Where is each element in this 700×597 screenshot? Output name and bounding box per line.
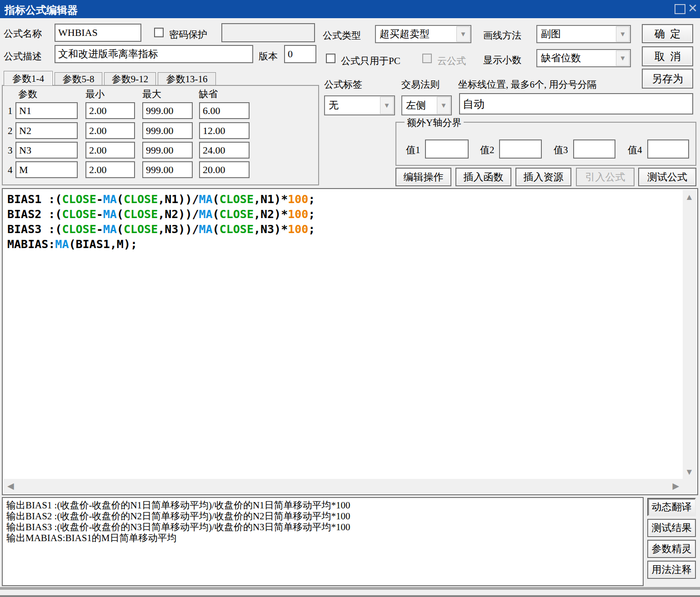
- param-default-input[interactable]: [199, 122, 250, 139]
- password-input: [221, 23, 315, 42]
- trade-rule-value: 左侧: [402, 99, 436, 112]
- param-min-input[interactable]: [85, 122, 135, 139]
- translation-panel: 输出BIAS1 :(收盘价-收盘价的N1日简单移动平均)/收盘价的N1日简单移动…: [2, 497, 644, 586]
- code-editor[interactable]: BIAS1 :(CLOSE-MA(CLOSE,N1))/MA(CLOSE,N1)…: [2, 188, 698, 495]
- close-icon[interactable]: ✕: [688, 1, 698, 15]
- y-value-1-input[interactable]: [425, 139, 469, 159]
- pc-only-label: 公式只用于PC: [341, 55, 400, 67]
- chevron-down-icon[interactable]: ▼: [616, 50, 630, 66]
- screen-edge: [0, 595, 700, 597]
- decimals-label: 显示小数: [483, 54, 521, 66]
- tab-params-9-12[interactable]: 参数9-12: [104, 72, 156, 85]
- test-formula-button[interactable]: 测试公式: [638, 168, 696, 186]
- param-default-input[interactable]: [199, 142, 250, 159]
- version-input[interactable]: [284, 45, 316, 63]
- formula-tag-select[interactable]: 无 ▼: [324, 95, 395, 115]
- formula-desc-input[interactable]: [55, 45, 253, 63]
- scroll-right-icon[interactable]: ▶: [672, 482, 679, 490]
- draw-method-select[interactable]: 副图 ▼: [536, 25, 631, 43]
- chevron-down-icon[interactable]: ▼: [437, 97, 450, 114]
- decimals-select[interactable]: 缺省位数 ▼: [536, 49, 631, 67]
- cloud-formula-checkbox: [422, 54, 432, 63]
- dynamic-translate-button[interactable]: 动态翻译: [647, 498, 696, 516]
- param-wizard-button[interactable]: 参数精灵: [647, 540, 696, 558]
- formula-tag-value: 无: [325, 99, 380, 112]
- scroll-down-icon[interactable]: ▼: [685, 468, 694, 476]
- scrollbar-corner: [683, 479, 696, 493]
- param-max-input[interactable]: [142, 122, 193, 139]
- insert-function-button[interactable]: 插入函数: [455, 168, 511, 186]
- window-title: 指标公式编辑器: [5, 3, 78, 17]
- param-min-input[interactable]: [85, 161, 135, 178]
- code-lines[interactable]: BIAS1 :(CLOSE-MA(CLOSE,N1))/MA(CLOSE,N1)…: [7, 192, 315, 252]
- code-line: MABIAS:MA(BIAS1,M);: [7, 237, 315, 252]
- cancel-button[interactable]: 取 消: [642, 46, 693, 66]
- horizontal-scrollbar[interactable]: ◀ ▶: [4, 479, 683, 493]
- window-bottom-edge: [0, 587, 700, 590]
- param-col-default: 缺省: [199, 88, 218, 100]
- param-max-input[interactable]: [142, 102, 193, 119]
- param-min-input[interactable]: [85, 142, 135, 159]
- tab-params-1-4[interactable]: 参数1-4: [4, 71, 53, 85]
- chevron-down-icon[interactable]: ▼: [380, 97, 394, 114]
- title-bar[interactable]: 指标公式编辑器 ✕: [0, 0, 700, 18]
- formula-type-select[interactable]: 超买超卖型 ▼: [375, 25, 471, 43]
- y-value-3-input[interactable]: [573, 139, 615, 159]
- output-line: 输出BIAS1 :(收盘价-收盘价的N1日简单移动平均)/收盘价的N1日简单移动…: [6, 500, 639, 511]
- formula-tag-label: 公式标签: [324, 78, 362, 91]
- formula-name-label: 公式名称: [4, 27, 42, 40]
- formula-desc-label: 公式描述: [4, 50, 42, 63]
- ok-button[interactable]: 确 定: [642, 24, 693, 43]
- param-row-index: 4: [8, 164, 13, 176]
- vertical-scrollbar[interactable]: ▲ ▼: [683, 190, 696, 479]
- y-value-4-input[interactable]: [647, 139, 689, 159]
- edit-operation-button[interactable]: 编辑操作: [395, 168, 451, 186]
- param-name-input[interactable]: [15, 102, 78, 119]
- code-line: BIAS2 :(CLOSE-MA(CLOSE,N2))/MA(CLOSE,N2)…: [7, 207, 315, 222]
- y-value-3-label: 值3: [554, 144, 568, 156]
- param-row-index: 2: [8, 125, 13, 137]
- draw-method-label: 画线方法: [483, 29, 521, 42]
- formula-name-input[interactable]: [55, 24, 141, 42]
- maximize-icon[interactable]: [675, 4, 685, 14]
- param-name-input[interactable]: [15, 161, 78, 178]
- chevron-down-icon[interactable]: ▼: [616, 26, 630, 42]
- param-col-name: 参数: [18, 88, 37, 100]
- output-line: 输出BIAS2 :(收盘价-收盘价的N2日简单移动平均)/收盘价的N2日简单移动…: [6, 511, 639, 522]
- code-line: BIAS3 :(CLOSE-MA(CLOSE,N3))/MA(CLOSE,N3)…: [7, 222, 315, 237]
- code-line: BIAS1 :(CLOSE-MA(CLOSE,N1))/MA(CLOSE,N1)…: [7, 192, 315, 207]
- param-min-input[interactable]: [85, 102, 135, 119]
- tab-params-5-8[interactable]: 参数5-8: [55, 72, 102, 85]
- save-as-button[interactable]: 另存为: [642, 69, 693, 89]
- param-name-input[interactable]: [15, 142, 78, 159]
- formula-editor-window: 指标公式编辑器 ✕ 公式名称 密码保护 公式类型 超买超卖型 ▼ 画线方法 副图…: [0, 0, 700, 597]
- password-protect-checkbox[interactable]: [154, 28, 164, 37]
- y-value-2-input[interactable]: [499, 139, 542, 159]
- y-value-4-label: 值4: [628, 144, 642, 156]
- scroll-up-icon[interactable]: ▲: [685, 193, 694, 201]
- param-max-input[interactable]: [142, 161, 193, 178]
- password-protect-label: 密码保护: [169, 28, 207, 41]
- axis-line-input[interactable]: [459, 93, 693, 114]
- insert-resource-button[interactable]: 插入资源: [515, 168, 571, 186]
- formula-type-label: 公式类型: [323, 29, 361, 42]
- tab-params-13-16[interactable]: 参数13-16: [158, 72, 216, 85]
- y-value-2-label: 值2: [480, 144, 495, 156]
- pc-only-checkbox[interactable]: [326, 54, 335, 63]
- trade-rule-label: 交易法则: [401, 78, 440, 91]
- param-name-input[interactable]: [15, 122, 78, 139]
- param-default-input[interactable]: [199, 161, 250, 178]
- formula-type-value: 超买超卖型: [376, 27, 456, 41]
- extra-y-axis-title: 额外Y轴分界: [405, 116, 464, 129]
- param-max-input[interactable]: [142, 142, 193, 159]
- test-result-button[interactable]: 测试结果: [647, 519, 696, 537]
- usage-note-button[interactable]: 用法注释: [647, 561, 696, 579]
- scroll-left-icon[interactable]: ◀: [7, 482, 14, 490]
- trade-rule-select[interactable]: 左侧 ▼: [401, 95, 452, 115]
- draw-method-value: 副图: [537, 27, 615, 41]
- chevron-down-icon[interactable]: ▼: [456, 26, 470, 42]
- param-col-max: 最大: [142, 88, 161, 100]
- param-row-index: 3: [8, 145, 13, 156]
- param-default-input[interactable]: [199, 102, 250, 119]
- axis-line-label: 坐标线位置, 最多6个, 用分号分隔: [458, 78, 597, 91]
